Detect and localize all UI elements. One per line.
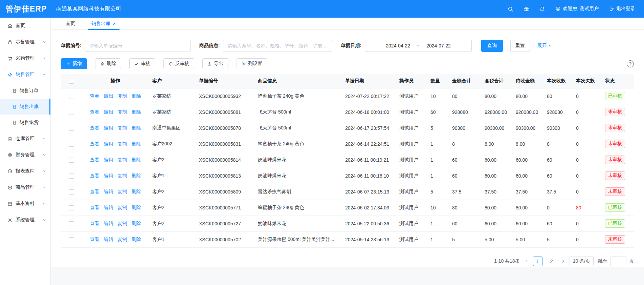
row-checkbox[interactable] xyxy=(69,189,74,195)
product-input[interactable] xyxy=(223,40,332,52)
date-from-value[interactable]: 2024-04-22 xyxy=(386,43,410,48)
row-checkbox[interactable] xyxy=(69,142,74,147)
column-settings-button[interactable]: 列设置 xyxy=(237,58,267,69)
search-button[interactable]: 查询 xyxy=(481,40,503,52)
bell-icon[interactable] xyxy=(539,6,545,12)
sidebar-item-sales[interactable]: 销售管理 xyxy=(0,66,50,83)
copy-link[interactable]: 复制 xyxy=(118,109,127,115)
sidebar-item-reports[interactable]: 报表查询 xyxy=(0,163,50,179)
edit-link[interactable]: 编辑 xyxy=(104,189,113,195)
delete-link[interactable]: 删除 xyxy=(132,93,141,99)
qty-cell: 60 xyxy=(427,104,449,120)
delete-link[interactable]: 删除 xyxy=(132,221,141,227)
row-checkbox[interactable] xyxy=(69,94,74,99)
copy-link[interactable]: 复制 xyxy=(118,237,127,243)
unaudit-button[interactable]: 反审核 xyxy=(163,58,194,69)
copy-link[interactable]: 复制 xyxy=(118,221,127,227)
edit-link[interactable]: 编辑 xyxy=(104,125,113,131)
page-size-select[interactable]: 10 条/页 xyxy=(570,257,594,266)
sidebar-item-retail[interactable]: 零售管理 xyxy=(0,34,50,50)
shopping-bag-icon xyxy=(7,40,13,45)
sidebar-item-basic-data[interactable]: 基本资料 xyxy=(0,196,50,212)
row-checkbox[interactable] xyxy=(69,126,74,131)
page-button-2[interactable]: 2 xyxy=(547,257,556,266)
copy-link[interactable]: 复制 xyxy=(118,93,127,99)
audit-button[interactable]: 审核 xyxy=(129,58,155,69)
help-icon[interactable]: ? xyxy=(627,60,634,67)
row-checkbox[interactable] xyxy=(69,205,74,210)
row-checkbox[interactable] xyxy=(69,158,74,163)
delete-link[interactable]: 删除 xyxy=(132,125,141,131)
edit-link[interactable]: 编辑 xyxy=(104,109,113,115)
product-cell: 飞天茅台 500ml xyxy=(254,104,342,120)
row-checkbox[interactable] xyxy=(69,174,74,179)
view-link[interactable]: 查看 xyxy=(90,109,99,115)
delete-link[interactable]: 删除 xyxy=(132,189,141,195)
select-all-checkbox[interactable] xyxy=(69,79,74,84)
copy-link[interactable]: 复制 xyxy=(118,189,127,195)
home-portal-icon[interactable] xyxy=(524,6,529,12)
sidebar-item-system[interactable]: 系统管理 xyxy=(0,212,50,228)
page-button-1[interactable]: 1 xyxy=(533,257,542,266)
view-link[interactable]: 查看 xyxy=(90,125,99,131)
bill-no-input[interactable] xyxy=(85,40,191,52)
date-range-picker[interactable]: 2024-04-22 ~ 2024-07-22 xyxy=(365,40,472,52)
sidebar-subitem-sales-order[interactable]: 销售订单 xyxy=(0,83,50,99)
edit-link[interactable]: 编辑 xyxy=(104,157,113,163)
view-link[interactable]: 查看 xyxy=(90,221,99,227)
edit-link[interactable]: 编辑 xyxy=(104,173,113,179)
table-row: 查看 编辑 复制 删除 客户2 XSCK00000005727 奶油味爆米花 2… xyxy=(61,216,634,231)
copy-link[interactable]: 复制 xyxy=(118,205,127,211)
edit-link[interactable]: 编辑 xyxy=(104,93,113,99)
sidebar-subitem-sales-outbound[interactable]: 销售出库 xyxy=(0,99,50,115)
next-page-button[interactable] xyxy=(561,259,565,263)
date-to-value[interactable]: 2024-07-22 xyxy=(426,43,451,48)
edit-link[interactable]: 编辑 xyxy=(104,205,113,211)
edit-link[interactable]: 编辑 xyxy=(104,141,113,147)
tab-home[interactable]: 首页 xyxy=(62,18,79,29)
tab-close-icon[interactable] xyxy=(113,22,116,25)
copy-link[interactable]: 复制 xyxy=(118,125,127,131)
view-link[interactable]: 查看 xyxy=(90,141,99,147)
copy-link[interactable]: 复制 xyxy=(118,141,127,147)
delete-link[interactable]: 删除 xyxy=(132,205,141,211)
product-cell: 蜂蜜柚子茶 240g 黄色 xyxy=(254,136,342,152)
view-link[interactable]: 查看 xyxy=(90,205,99,211)
row-checkbox[interactable] xyxy=(69,221,74,226)
add-button[interactable]: 新增 xyxy=(61,58,87,69)
sidebar-item-purchase[interactable]: 采购管理 xyxy=(0,50,50,66)
delete-link[interactable]: 删除 xyxy=(132,157,141,163)
view-link[interactable]: 查看 xyxy=(90,173,99,179)
delete-link[interactable]: 删除 xyxy=(132,173,141,179)
row-checkbox[interactable] xyxy=(69,110,74,115)
copy-link[interactable]: 复制 xyxy=(118,157,127,163)
received-cell: 0 xyxy=(543,200,573,216)
expand-filters-link[interactable]: 展开 xyxy=(537,43,552,49)
delete-link[interactable]: 删除 xyxy=(132,237,141,243)
sidebar-item-products[interactable]: 商品管理 xyxy=(0,179,50,196)
prev-page-button[interactable] xyxy=(524,259,529,263)
product-cell: 蜂蜜柚子茶 240g 黄色 xyxy=(254,88,342,104)
delete-link[interactable]: 删除 xyxy=(132,141,141,147)
logout-button[interactable]: 退出登录 xyxy=(609,6,635,12)
copy-link[interactable]: 复制 xyxy=(118,173,127,179)
view-link[interactable]: 查看 xyxy=(90,157,99,163)
tab-sales-outbound[interactable]: 销售出库 xyxy=(88,18,119,29)
sidebar-subitem-sales-return[interactable]: 销售退货 xyxy=(0,115,50,130)
export-button[interactable]: 导出 xyxy=(202,58,228,69)
edit-link[interactable]: 编辑 xyxy=(104,221,113,227)
sidebar-item-warehouse[interactable]: 仓库管理 xyxy=(0,130,50,147)
row-checkbox[interactable] xyxy=(69,237,74,242)
delete-button[interactable]: 删除 xyxy=(95,58,121,69)
search-icon[interactable] xyxy=(508,6,513,12)
view-link[interactable]: 查看 xyxy=(90,237,99,243)
sidebar-item-home[interactable]: 首页 xyxy=(0,18,50,34)
view-link[interactable]: 查看 xyxy=(90,93,99,99)
sidebar-item-finance[interactable]: 财务管理 xyxy=(0,147,50,163)
jump-page-input[interactable] xyxy=(610,257,626,266)
user-welcome[interactable]: 欢迎您, 测试用户 xyxy=(555,6,599,12)
reset-button[interactable]: 重置 xyxy=(510,40,530,52)
view-link[interactable]: 查看 xyxy=(90,189,99,195)
edit-link[interactable]: 编辑 xyxy=(104,237,113,243)
delete-link[interactable]: 删除 xyxy=(132,109,141,115)
